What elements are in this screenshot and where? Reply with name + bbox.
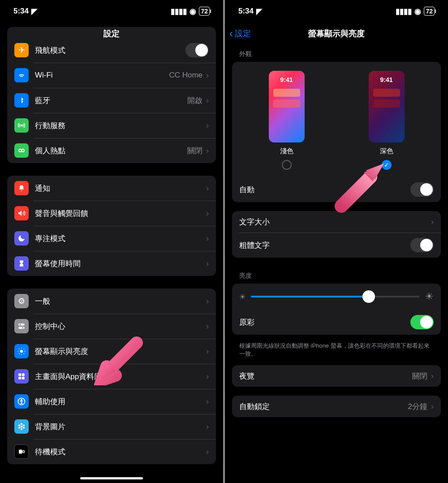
row-label: 粗體文字	[239, 240, 410, 250]
true-tone-toggle[interactable]	[410, 315, 434, 329]
svg-rect-3	[18, 323, 25, 326]
brightness-slider[interactable]	[251, 296, 419, 298]
brightness-group: ☀ ☀ 原彩	[232, 284, 441, 335]
bold-toggle[interactable]	[410, 238, 434, 252]
chevron-right-icon: ›	[431, 402, 434, 411]
row-label: 背景圖片	[35, 422, 206, 432]
row-label: 原彩	[239, 317, 410, 328]
svg-point-5	[20, 324, 21, 325]
row-hotspot[interactable]: 個人熱點 關閉 ›	[7, 138, 216, 163]
chevron-left-icon: ‹	[229, 27, 233, 40]
chevron-right-icon: ›	[431, 217, 434, 227]
airplane-icon: ✈	[14, 43, 29, 57]
annotation-arrow	[94, 332, 148, 385]
row-label: 自動鎖定	[239, 401, 408, 412]
sun-small-icon: ☀	[239, 293, 246, 301]
nav-header: ‹ 設定 螢幕顯示與亮度	[225, 22, 448, 45]
svg-point-22	[22, 451, 25, 453]
row-wifi[interactable]: Wi-Fi CC Home ›	[7, 63, 216, 88]
light-preview: 9:41	[269, 71, 305, 142]
row-wallpaper[interactable]: 背景圖片 ›	[7, 414, 216, 439]
row-cellular[interactable]: 行動服務 ›	[7, 113, 216, 138]
row-focus[interactable]: 專注模式 ›	[7, 226, 216, 251]
chevron-right-icon: ›	[206, 447, 209, 457]
chevron-right-icon: ›	[206, 297, 209, 306]
standby-icon	[14, 444, 29, 459]
sun-large-icon: ☀	[425, 291, 434, 302]
row-standby[interactable]: 待機模式 ›	[7, 439, 216, 464]
chevron-right-icon: ›	[206, 422, 209, 431]
row-label: 輔助使用	[35, 397, 206, 407]
settings-list[interactable]: ✈ 飛航模式 Wi-Fi CC Home › 藍牙 開啟 › 行動服務 ›	[0, 27, 223, 477]
chevron-right-icon: ›	[206, 121, 209, 130]
row-label: 聲音與觸覺回饋	[35, 208, 206, 219]
row-label: 飛航模式	[35, 45, 185, 56]
appearance-light-option[interactable]: 9:41 淺色	[269, 71, 305, 170]
row-bold-text[interactable]: 粗體文字	[232, 233, 441, 258]
auto-lock-group: 自動鎖定 2分鐘 ›	[232, 396, 441, 417]
homescreen-icon	[14, 369, 29, 384]
row-label: 通知	[35, 183, 206, 194]
svg-point-0	[21, 125, 22, 126]
section-header-appearance: 外觀	[232, 45, 441, 62]
chevron-right-icon: ›	[206, 234, 209, 243]
hotspot-icon	[14, 143, 29, 158]
light-radio[interactable]	[282, 160, 292, 170]
svg-point-18	[21, 428, 22, 430]
row-label: 專注模式	[35, 233, 206, 244]
display-icon	[14, 344, 29, 358]
wifi-status-icon: ◉	[414, 7, 421, 16]
row-auto-lock[interactable]: 自動鎖定 2分鐘 ›	[232, 396, 441, 417]
chevron-right-icon: ›	[206, 347, 209, 356]
row-value: CC Home	[169, 71, 202, 80]
display-settings-content[interactable]: 外觀 9:41 淺色 9:41 深色 ✓	[225, 45, 448, 430]
chevron-right-icon: ›	[206, 322, 209, 331]
row-label: 待機模式	[35, 447, 206, 457]
slider-thumb[interactable]	[362, 290, 375, 303]
control-center-icon	[14, 319, 29, 333]
night-shift-group: 夜覽 關閉 ›	[232, 365, 441, 387]
chevron-right-icon: ›	[206, 209, 209, 218]
signal-icon: ▮▮▮▮	[171, 7, 187, 16]
airplane-toggle[interactable]	[185, 43, 209, 57]
screentime-icon	[14, 256, 29, 271]
svg-point-6	[22, 327, 24, 328]
row-label: 一般	[35, 296, 206, 306]
status-time: 5:34	[13, 7, 29, 16]
auto-toggle[interactable]	[410, 182, 434, 197]
light-label: 淺色	[280, 147, 293, 155]
row-sounds[interactable]: 聲音與觸覺回饋 ›	[7, 201, 216, 226]
row-airplane[interactable]: ✈ 飛航模式	[7, 27, 216, 63]
svg-point-15	[21, 423, 22, 425]
section-header-brightness: 亮度	[232, 267, 441, 284]
chevron-right-icon: ›	[206, 372, 209, 381]
row-label: 個人熱點	[35, 146, 187, 156]
battery-indicator: 72	[424, 7, 435, 16]
settings-group-notifications: 通知 › 聲音與觸覺回饋 › 專注模式 › 螢幕使用時間 ›	[7, 176, 216, 276]
svg-point-7	[20, 350, 23, 353]
page-title: 螢幕顯示與亮度	[308, 28, 365, 39]
svg-point-2	[22, 149, 24, 152]
row-label: Wi-Fi	[35, 71, 169, 80]
row-night-shift[interactable]: 夜覽 關閉 ›	[232, 365, 441, 387]
row-screentime[interactable]: 螢幕使用時間 ›	[7, 251, 216, 276]
row-true-tone[interactable]: 原彩	[232, 310, 441, 335]
svg-point-13	[21, 399, 22, 401]
notifications-icon	[14, 181, 29, 195]
svg-rect-4	[18, 327, 25, 329]
row-notifications[interactable]: 通知 ›	[7, 176, 216, 201]
signal-icon: ▮▮▮▮	[396, 7, 412, 16]
home-indicator[interactable]	[80, 477, 143, 479]
row-bluetooth[interactable]: 藍牙 開啟 ›	[7, 88, 216, 113]
row-value: 關閉	[412, 371, 427, 381]
svg-point-20	[18, 424, 20, 426]
appearance-dark-option[interactable]: 9:41 深色 ✓	[369, 71, 405, 170]
svg-point-16	[23, 424, 25, 426]
general-icon: ⚙	[14, 294, 29, 308]
svg-rect-8	[18, 373, 21, 376]
row-accessibility[interactable]: 輔助使用 ›	[7, 389, 216, 414]
row-label: 夜覽	[239, 371, 412, 381]
true-tone-description: 根據周圍光線狀況自動調整 iPhone 螢幕，讓色彩在不同的環境下都看起來一致。	[232, 338, 441, 365]
back-button[interactable]: ‹ 設定	[229, 27, 251, 40]
row-general[interactable]: ⚙ 一般 ›	[7, 289, 216, 314]
